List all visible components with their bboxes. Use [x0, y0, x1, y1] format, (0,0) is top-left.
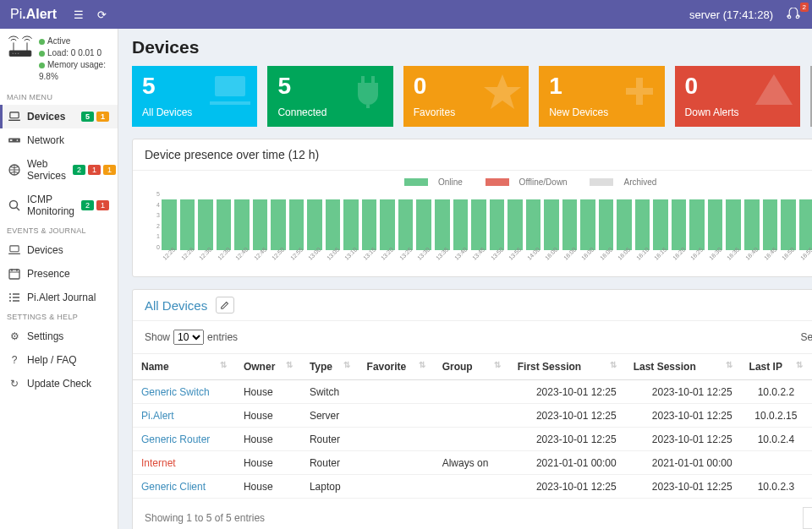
- chart-bar: [526, 199, 541, 250]
- device-name-link[interactable]: Internet: [133, 451, 235, 475]
- chart-bar: [398, 199, 414, 250]
- search-label: Search:: [801, 331, 812, 343]
- svg-rect-12: [10, 246, 19, 252]
- prev-button[interactable]: Previous: [803, 507, 812, 529]
- sidebar-item-icmp[interactable]: ICMP Monitoring 21: [0, 188, 118, 223]
- page-title: Devices: [132, 37, 812, 57]
- device-name-link[interactable]: Generic Router: [133, 428, 235, 451]
- sidebar-item-devices[interactable]: Devices 51: [0, 105, 118, 128]
- menu-toggle-icon[interactable]: ☰: [74, 8, 84, 21]
- main-content: Devices 5All Devices5Connected0Favorites…: [118, 29, 812, 529]
- sidebar-label: Devices: [27, 111, 65, 123]
- chart-xaxis: 12:2512:2612:3012:3012:4012:4512:5012:55…: [145, 252, 812, 258]
- sidebar-label: Presence: [27, 268, 70, 280]
- chart-title: Device presence over time (12 h): [133, 139, 812, 171]
- sidebar-item-presence[interactable]: Presence: [0, 262, 118, 286]
- col-owner[interactable]: Owner⇅: [235, 354, 301, 380]
- tile-connected[interactable]: 5Connected: [267, 66, 392, 127]
- chart-bar: [271, 199, 286, 250]
- chart-panel: Device presence over time (12 h) Online …: [132, 139, 812, 277]
- notif-badge: 2: [800, 3, 809, 12]
- tile-down-alerts[interactable]: 0Down Alerts: [675, 66, 800, 127]
- sidebar-item-update[interactable]: ↻ Update Check: [0, 372, 118, 395]
- help-icon: ?: [8, 354, 20, 366]
- col-favorite[interactable]: Favorite⇅: [359, 354, 434, 380]
- col-last-session[interactable]: Last Session⇅: [625, 354, 741, 380]
- top-header: Pi.Alert ☰ ⟳ server (17:41:28) 2: [0, 0, 812, 29]
- sidebar-label: Network: [27, 134, 64, 146]
- device-name-link[interactable]: Generic Switch: [133, 380, 235, 404]
- chart-bar: [343, 199, 359, 250]
- refresh-icon: ↻: [8, 378, 20, 390]
- tile-new-devices[interactable]: 1New Devices: [539, 66, 664, 127]
- svg-point-5: [18, 52, 19, 54]
- svg-point-11: [10, 201, 18, 209]
- chart-bar: [217, 199, 232, 250]
- table-row: Generic SwitchHouseSwitch2023-10-01 12:2…: [133, 380, 812, 404]
- col-last-ip[interactable]: Last IP⇅: [741, 354, 812, 380]
- sidebar-label: Update Check: [27, 378, 91, 390]
- table-row: Pi.AlertHouseServer2023-10-01 12:252023-…: [133, 404, 812, 428]
- chart-bar: [799, 199, 812, 250]
- device-name-link[interactable]: Pi.Alert: [133, 404, 235, 428]
- chart-bar: [453, 199, 469, 250]
- chart-bar: [617, 199, 632, 250]
- svg-point-0: [788, 16, 791, 19]
- sidebar-item-network[interactable]: Network: [0, 128, 118, 152]
- tab-all-devices[interactable]: All Devices: [145, 298, 207, 313]
- svg-point-1: [796, 16, 798, 19]
- chart-bar: [672, 199, 687, 250]
- chart-bar: [471, 199, 486, 250]
- col-first-session[interactable]: First Session⇅: [509, 354, 625, 380]
- chart-bar: [744, 199, 760, 250]
- sidebar-label: Pi.Alert Journal: [27, 292, 96, 303]
- svg-point-9: [17, 139, 19, 141]
- bar-chart: 543210: [145, 191, 812, 250]
- svg-rect-6: [10, 112, 19, 118]
- antenna-icon: [7, 35, 34, 83]
- chart-bar: [653, 199, 668, 250]
- edit-columns-button[interactable]: [216, 297, 234, 314]
- scan-icon[interactable]: 2: [785, 8, 802, 21]
- col-group[interactable]: Group⇅: [434, 354, 509, 380]
- search-icon: [8, 199, 20, 211]
- svg-point-4: [15, 52, 17, 54]
- sidebar-item-journal[interactable]: Pi.Alert Journal: [0, 286, 118, 309]
- chart-bar: [580, 199, 595, 250]
- chart-bar: [253, 199, 268, 250]
- chart-bar: [435, 199, 450, 250]
- chart-bar: [326, 199, 341, 250]
- server-label[interactable]: server (17:41:28): [689, 8, 773, 21]
- network-icon: [8, 135, 20, 145]
- table-row: InternetHouseRouterAlways on2021-01-01 0…: [133, 451, 812, 475]
- chart-bar: [162, 199, 177, 250]
- chart-bar: [362, 199, 377, 250]
- sidebar-label: ICMP Monitoring: [27, 194, 74, 217]
- chart-bar: [234, 199, 250, 250]
- sidebar-item-settings[interactable]: ⚙ Settings: [0, 324, 118, 348]
- table-info: Showing 1 to 5 of 5 entries: [145, 512, 265, 524]
- col-type[interactable]: Type⇅: [301, 354, 359, 380]
- laptop-icon: [8, 112, 20, 122]
- sidebar-item-web[interactable]: Web Services 211: [0, 152, 118, 188]
- tile-all-devices[interactable]: 5All Devices: [132, 66, 257, 127]
- laptop-icon: [8, 245, 20, 255]
- svg-rect-13: [9, 270, 19, 279]
- chart-bar: [562, 199, 578, 250]
- pagesize-select[interactable]: 10: [173, 330, 204, 345]
- chart-bar: [689, 199, 705, 250]
- devices-table-panel: All Devices Show 10 entries Search: Name…: [132, 289, 812, 529]
- chart-bar: [781, 199, 796, 250]
- col-name[interactable]: Name⇅: [133, 354, 235, 380]
- devices-table: Name⇅Owner⇅Type⇅Favorite⇅Group⇅First Ses…: [133, 353, 812, 499]
- sidebar-label: Help / FAQ: [27, 354, 77, 366]
- sidebar-item-help[interactable]: ? Help / FAQ: [0, 348, 118, 372]
- logo[interactable]: Pi.Alert: [10, 7, 57, 22]
- tile-favorites[interactable]: 0Favorites: [403, 66, 529, 127]
- chart-bar: [726, 199, 741, 250]
- calendar-icon: [8, 268, 20, 280]
- sidebar-item-devices2[interactable]: Devices: [0, 238, 118, 262]
- refresh-icon[interactable]: ⟳: [97, 8, 107, 21]
- gear-icon: ⚙: [8, 330, 20, 342]
- device-name-link[interactable]: Generic Client: [133, 475, 235, 499]
